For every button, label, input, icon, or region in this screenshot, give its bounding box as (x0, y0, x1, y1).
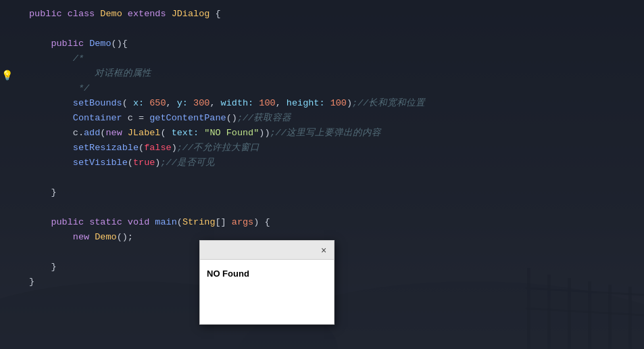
dialog-close-button[interactable]: × (316, 243, 331, 258)
code-line: setBounds( x: 650, y: 300, width: 100, h… (0, 96, 644, 111)
dialog-body: NO Found (200, 260, 334, 324)
code-line: setResizable(false);//不允许拉大窗口 (0, 141, 644, 156)
line-content: } (24, 185, 644, 200)
dialog-window: × NO Found (199, 240, 335, 325)
line-content: public static void main(String[] args) { (24, 215, 644, 230)
line-content: 对话框的属性 (24, 66, 644, 81)
line-content: /* (24, 51, 644, 66)
line-content: setBounds( x: 650, y: 300, width: 100, h… (24, 96, 644, 111)
code-line: public static void main(String[] args) { (0, 215, 644, 230)
line-content (24, 22, 644, 37)
line-content: setVisible(true);//是否可见 (24, 156, 644, 170)
code-line: /* (0, 51, 644, 66)
code-line (0, 170, 644, 185)
line-content: Container c = getContentPane();//获取容器 (24, 111, 644, 126)
code-line: public Demo(){ (0, 37, 644, 51)
code-line: Container c = getContentPane();//获取容器 (0, 111, 644, 126)
code-line (0, 200, 644, 215)
code-line (0, 22, 644, 37)
code-line: */ (0, 81, 644, 96)
line-content: */ (24, 81, 644, 96)
line-content: c.add(new JLabel( text: "NO Found"));//这… (24, 126, 644, 141)
code-line: c.add(new JLabel( text: "NO Found"));//这… (0, 126, 644, 141)
code-line: setVisible(true);//是否可见 (0, 156, 644, 170)
code-line: public class Demo extends JDialog { (0, 7, 644, 22)
code-line: } (0, 185, 644, 200)
line-content: public Demo(){ (24, 37, 644, 51)
line-content: setResizable(false);//不允许拉大窗口 (24, 141, 644, 156)
line-content (24, 200, 644, 215)
line-content (24, 170, 644, 185)
dialog-content-text: NO Found (207, 269, 249, 279)
line-content: public class Demo extends JDialog { (24, 7, 644, 22)
code-line: 💡 对话框的属性 (0, 66, 644, 81)
dialog-titlebar: × (200, 241, 334, 260)
